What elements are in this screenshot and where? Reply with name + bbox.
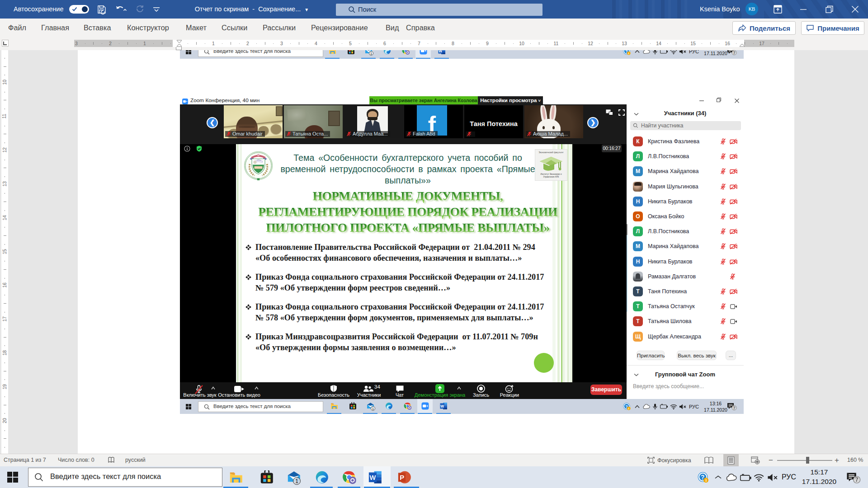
svg-text:i: i bbox=[705, 478, 707, 483]
svg-text:7: 7 bbox=[733, 406, 736, 410]
svg-text:W: W bbox=[369, 474, 376, 481]
svg-text:i: i bbox=[628, 52, 629, 55]
svg-text:W: W bbox=[440, 404, 444, 408]
svg-text:i: i bbox=[628, 407, 629, 410]
svg-text:7: 7 bbox=[855, 477, 859, 483]
svg-text:P: P bbox=[400, 474, 404, 481]
svg-text:7: 7 bbox=[733, 51, 736, 55]
svg-text:W: W bbox=[439, 50, 442, 53]
